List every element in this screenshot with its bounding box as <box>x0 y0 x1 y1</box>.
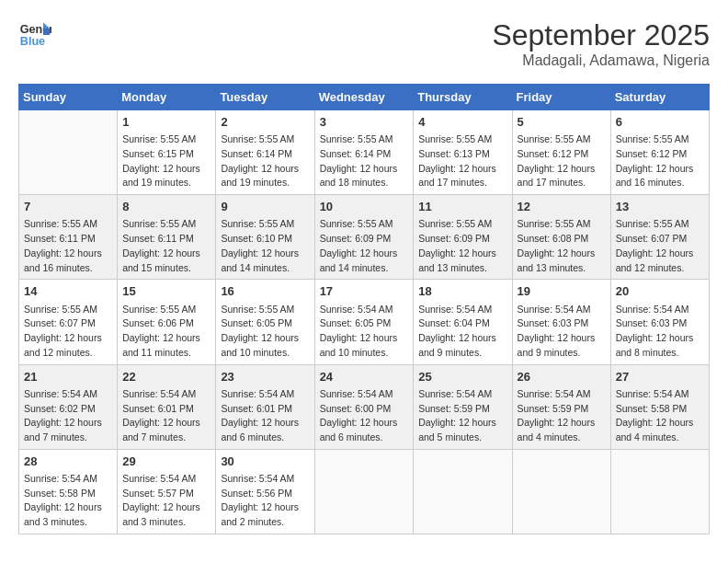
day-number: 20 <box>616 283 704 300</box>
day-number: 3 <box>320 114 409 131</box>
calendar-cell: 8Sunrise: 5:55 AMSunset: 6:11 PMDaylight… <box>118 195 216 280</box>
calendar-cell: 5Sunrise: 5:55 AMSunset: 6:12 PMDaylight… <box>512 110 610 195</box>
day-info: Sunrise: 5:55 AMSunset: 6:13 PMDaylight:… <box>418 132 506 190</box>
day-number: 30 <box>221 454 309 470</box>
day-info: Sunrise: 5:55 AMSunset: 6:14 PMDaylight:… <box>221 132 309 190</box>
day-info: Sunrise: 5:54 AMSunset: 5:59 PMDaylight:… <box>418 387 506 445</box>
day-number: 12 <box>518 199 606 215</box>
calendar-cell: 20Sunrise: 5:54 AMSunset: 6:03 PMDayligh… <box>610 280 709 364</box>
weekday-header-friday: Friday <box>512 85 610 110</box>
calendar-cell: 26Sunrise: 5:54 AMSunset: 5:59 PMDayligh… <box>512 364 610 449</box>
day-info: Sunrise: 5:55 AMSunset: 6:06 PMDaylight:… <box>122 303 210 361</box>
calendar-cell: 19Sunrise: 5:54 AMSunset: 6:03 PMDayligh… <box>512 280 610 364</box>
day-info: Sunrise: 5:54 AMSunset: 5:57 PMDaylight:… <box>122 472 210 530</box>
day-number: 21 <box>24 369 112 385</box>
day-number: 14 <box>24 283 112 300</box>
day-number: 7 <box>24 199 112 215</box>
calendar-cell: 6Sunrise: 5:55 AMSunset: 6:12 PMDaylight… <box>610 110 709 195</box>
calendar-cell: 3Sunrise: 5:55 AMSunset: 6:14 PMDaylight… <box>314 110 414 195</box>
weekday-header-thursday: Thursday <box>414 85 512 110</box>
day-info: Sunrise: 5:55 AMSunset: 6:11 PMDaylight:… <box>24 217 112 275</box>
day-info: Sunrise: 5:54 AMSunset: 6:05 PMDaylight:… <box>320 303 409 361</box>
day-info: Sunrise: 5:55 AMSunset: 6:09 PMDaylight:… <box>320 217 409 275</box>
calendar-cell: 18Sunrise: 5:54 AMSunset: 6:04 PMDayligh… <box>414 280 512 364</box>
day-info: Sunrise: 5:55 AMSunset: 6:09 PMDaylight:… <box>418 217 506 275</box>
day-info: Sunrise: 5:55 AMSunset: 6:12 PMDaylight:… <box>616 132 704 190</box>
location: Madagali, Adamawa, Nigeria <box>492 52 710 69</box>
day-number: 1 <box>122 114 210 131</box>
day-info: Sunrise: 5:54 AMSunset: 5:58 PMDaylight:… <box>24 472 112 530</box>
day-info: Sunrise: 5:54 AMSunset: 6:03 PMDaylight:… <box>518 303 606 361</box>
day-number: 19 <box>518 283 606 300</box>
day-number: 23 <box>221 369 309 385</box>
logo-icon: General Blue <box>18 18 51 52</box>
calendar-cell: 2Sunrise: 5:55 AMSunset: 6:14 PMDaylight… <box>216 110 314 195</box>
title-area: September 2025 Madagali, Adamawa, Nigeri… <box>492 18 710 69</box>
logo: General Blue <box>18 18 51 52</box>
day-number: 22 <box>122 369 210 385</box>
day-number: 2 <box>221 114 309 131</box>
calendar-table: SundayMondayTuesdayWednesdayThursdayFrid… <box>18 84 710 534</box>
weekday-header-row: SundayMondayTuesdayWednesdayThursdayFrid… <box>19 85 710 110</box>
calendar-cell <box>512 449 610 534</box>
calendar-cell: 12Sunrise: 5:55 AMSunset: 6:08 PMDayligh… <box>512 195 610 280</box>
day-number: 26 <box>518 369 606 385</box>
weekday-header-tuesday: Tuesday <box>216 85 314 110</box>
day-number: 24 <box>320 369 409 385</box>
calendar-cell: 21Sunrise: 5:54 AMSunset: 6:02 PMDayligh… <box>19 364 118 449</box>
svg-text:Blue: Blue <box>20 35 45 48</box>
day-info: Sunrise: 5:54 AMSunset: 6:03 PMDaylight:… <box>616 303 704 361</box>
calendar-cell: 24Sunrise: 5:54 AMSunset: 6:00 PMDayligh… <box>314 364 414 449</box>
day-number: 9 <box>221 199 309 215</box>
month-title: September 2025 <box>492 18 710 52</box>
calendar-cell: 27Sunrise: 5:54 AMSunset: 5:58 PMDayligh… <box>610 364 709 449</box>
day-number: 13 <box>616 199 704 215</box>
calendar-cell: 14Sunrise: 5:55 AMSunset: 6:07 PMDayligh… <box>19 280 118 364</box>
calendar-cell: 4Sunrise: 5:55 AMSunset: 6:13 PMDaylight… <box>414 110 512 195</box>
calendar-cell <box>314 449 414 534</box>
calendar-cell: 22Sunrise: 5:54 AMSunset: 6:01 PMDayligh… <box>118 364 216 449</box>
day-info: Sunrise: 5:55 AMSunset: 6:05 PMDaylight:… <box>221 303 309 361</box>
day-number: 11 <box>418 199 506 215</box>
day-info: Sunrise: 5:54 AMSunset: 5:58 PMDaylight:… <box>616 387 704 445</box>
calendar-week-row: 21Sunrise: 5:54 AMSunset: 6:02 PMDayligh… <box>19 364 710 449</box>
calendar-cell: 30Sunrise: 5:54 AMSunset: 5:56 PMDayligh… <box>216 449 314 534</box>
page-header: General Blue September 2025 Madagali, Ad… <box>18 18 710 69</box>
weekday-header-sunday: Sunday <box>19 85 118 110</box>
day-info: Sunrise: 5:54 AMSunset: 5:56 PMDaylight:… <box>221 472 309 530</box>
calendar-cell: 23Sunrise: 5:54 AMSunset: 6:01 PMDayligh… <box>216 364 314 449</box>
weekday-header-monday: Monday <box>118 85 216 110</box>
day-info: Sunrise: 5:55 AMSunset: 6:07 PMDaylight:… <box>616 217 704 275</box>
calendar-cell: 15Sunrise: 5:55 AMSunset: 6:06 PMDayligh… <box>118 280 216 364</box>
calendar-cell <box>610 449 709 534</box>
day-number: 8 <box>122 199 210 215</box>
calendar-cell: 11Sunrise: 5:55 AMSunset: 6:09 PMDayligh… <box>414 195 512 280</box>
day-info: Sunrise: 5:55 AMSunset: 6:12 PMDaylight:… <box>518 132 606 190</box>
calendar-cell: 10Sunrise: 5:55 AMSunset: 6:09 PMDayligh… <box>314 195 414 280</box>
day-number: 6 <box>616 114 704 131</box>
calendar-cell: 16Sunrise: 5:55 AMSunset: 6:05 PMDayligh… <box>216 280 314 364</box>
day-number: 18 <box>418 283 506 300</box>
weekday-header-wednesday: Wednesday <box>314 85 414 110</box>
day-info: Sunrise: 5:54 AMSunset: 6:00 PMDaylight:… <box>320 387 409 445</box>
day-number: 25 <box>418 369 506 385</box>
calendar-cell <box>414 449 512 534</box>
day-info: Sunrise: 5:55 AMSunset: 6:14 PMDaylight:… <box>320 132 409 190</box>
day-number: 17 <box>320 283 409 300</box>
calendar-week-row: 14Sunrise: 5:55 AMSunset: 6:07 PMDayligh… <box>19 280 710 364</box>
day-info: Sunrise: 5:55 AMSunset: 6:08 PMDaylight:… <box>518 217 606 275</box>
day-number: 16 <box>221 283 309 300</box>
day-number: 4 <box>418 114 506 131</box>
day-info: Sunrise: 5:55 AMSunset: 6:10 PMDaylight:… <box>221 217 309 275</box>
day-info: Sunrise: 5:54 AMSunset: 6:01 PMDaylight:… <box>122 387 210 445</box>
calendar-cell: 1Sunrise: 5:55 AMSunset: 6:15 PMDaylight… <box>118 110 216 195</box>
day-number: 28 <box>24 454 112 470</box>
weekday-header-saturday: Saturday <box>610 85 709 110</box>
day-info: Sunrise: 5:54 AMSunset: 6:04 PMDaylight:… <box>418 303 506 361</box>
day-info: Sunrise: 5:54 AMSunset: 6:01 PMDaylight:… <box>221 387 309 445</box>
day-info: Sunrise: 5:55 AMSunset: 6:11 PMDaylight:… <box>122 217 210 275</box>
day-info: Sunrise: 5:55 AMSunset: 6:15 PMDaylight:… <box>122 132 210 190</box>
calendar-cell: 28Sunrise: 5:54 AMSunset: 5:58 PMDayligh… <box>19 449 118 534</box>
calendar-cell <box>19 110 118 195</box>
day-number: 29 <box>122 454 210 470</box>
